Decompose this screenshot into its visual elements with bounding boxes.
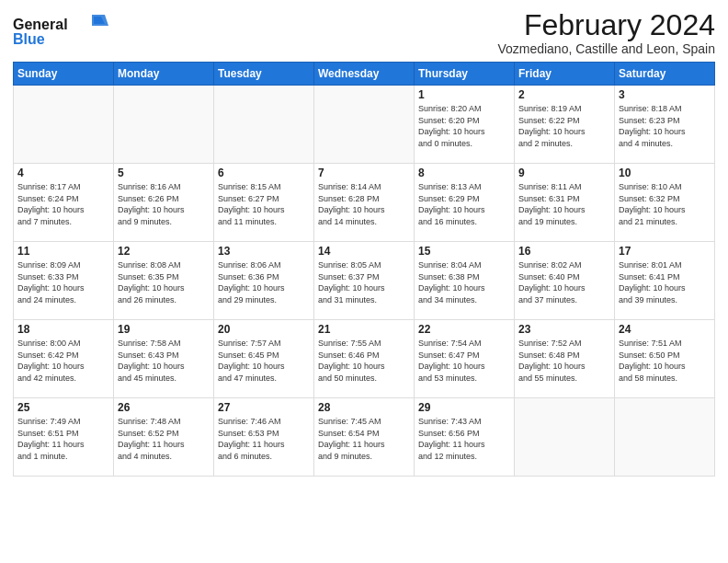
calendar-cell [14,86,114,164]
page: General Blue February 2024 Vozmediano, C… [0,0,728,563]
day-info: Sunrise: 7:45 AM Sunset: 6:54 PM Dayligh… [318,416,410,462]
day-number: 9 [518,167,610,179]
calendar-cell: 21Sunrise: 7:55 AM Sunset: 6:46 PM Dayli… [314,320,415,398]
day-number: 12 [118,245,210,258]
svg-marker-1 [92,15,108,26]
day-number: 19 [118,323,210,336]
calendar-cell: 4Sunrise: 8:17 AM Sunset: 6:24 PM Daylig… [14,164,114,242]
svg-text:Blue: Blue [13,31,45,47]
calendar-cell: 25Sunrise: 7:49 AM Sunset: 6:51 PM Dayli… [14,398,114,477]
svg-text:General: General [13,17,68,32]
day-info: Sunrise: 8:08 AM Sunset: 6:35 PM Dayligh… [118,259,210,305]
day-info: Sunrise: 8:19 AM Sunset: 6:22 PM Dayligh… [518,103,610,149]
day-info: Sunrise: 8:06 AM Sunset: 6:36 PM Dayligh… [218,259,310,305]
calendar-cell: 18Sunrise: 8:00 AM Sunset: 6:42 PM Dayli… [14,320,114,398]
calendar-cell: 3Sunrise: 8:18 AM Sunset: 6:23 PM Daylig… [615,86,715,164]
day-number: 2 [518,88,610,101]
calendar-cell: 29Sunrise: 7:43 AM Sunset: 6:56 PM Dayli… [415,398,515,477]
day-info: Sunrise: 8:15 AM Sunset: 6:27 PM Dayligh… [218,181,310,227]
day-info: Sunrise: 8:10 AM Sunset: 6:32 PM Dayligh… [619,181,711,227]
day-info: Sunrise: 8:09 AM Sunset: 6:33 PM Dayligh… [17,259,109,305]
calendar-cell: 2Sunrise: 8:19 AM Sunset: 6:22 PM Daylig… [515,86,615,164]
day-info: Sunrise: 8:02 AM Sunset: 6:40 PM Dayligh… [518,259,610,305]
day-number: 16 [518,245,610,258]
calendar-cell [114,86,214,164]
calendar-cell: 16Sunrise: 8:02 AM Sunset: 6:40 PM Dayli… [515,242,615,320]
day-number: 5 [118,167,210,179]
header-monday: Monday [114,63,214,86]
weekday-header-row: Sunday Monday Tuesday Wednesday Thursday… [14,63,715,86]
header-sunday: Sunday [14,63,114,86]
calendar-cell: 5Sunrise: 8:16 AM Sunset: 6:26 PM Daylig… [114,164,214,242]
day-number: 29 [418,401,510,414]
month-title: February 2024 [497,9,715,41]
day-info: Sunrise: 8:18 AM Sunset: 6:23 PM Dayligh… [619,103,711,149]
calendar-cell: 1Sunrise: 8:20 AM Sunset: 6:20 PM Daylig… [415,86,515,164]
calendar-cell [515,398,615,477]
calendar-cell: 17Sunrise: 8:01 AM Sunset: 6:41 PM Dayli… [615,242,715,320]
logo: General Blue [13,13,114,53]
day-number: 6 [218,167,310,179]
calendar-cell: 22Sunrise: 7:54 AM Sunset: 6:47 PM Dayli… [415,320,515,398]
calendar-cell: 27Sunrise: 7:46 AM Sunset: 6:53 PM Dayli… [214,398,314,477]
day-number: 14 [318,245,410,258]
day-number: 15 [418,245,510,258]
day-info: Sunrise: 7:46 AM Sunset: 6:53 PM Dayligh… [218,416,310,462]
day-number: 18 [17,323,109,336]
calendar-cell: 23Sunrise: 7:52 AM Sunset: 6:48 PM Dayli… [515,320,615,398]
calendar-cell: 19Sunrise: 7:58 AM Sunset: 6:43 PM Dayli… [114,320,214,398]
calendar-week-row: 25Sunrise: 7:49 AM Sunset: 6:51 PM Dayli… [14,398,715,477]
calendar-cell [214,86,314,164]
day-info: Sunrise: 8:11 AM Sunset: 6:31 PM Dayligh… [518,181,610,227]
day-number: 24 [619,323,711,336]
day-number: 13 [218,245,310,258]
calendar-cell: 15Sunrise: 8:04 AM Sunset: 6:38 PM Dayli… [415,242,515,320]
day-info: Sunrise: 7:57 AM Sunset: 6:45 PM Dayligh… [218,338,310,384]
logo-text: General Blue [13,13,114,53]
day-info: Sunrise: 8:04 AM Sunset: 6:38 PM Dayligh… [418,259,510,305]
calendar-cell: 12Sunrise: 8:08 AM Sunset: 6:35 PM Dayli… [114,242,214,320]
header-saturday: Saturday [615,63,715,86]
calendar-cell: 8Sunrise: 8:13 AM Sunset: 6:29 PM Daylig… [415,164,515,242]
calendar: Sunday Monday Tuesday Wednesday Thursday… [13,62,715,477]
day-number: 20 [218,323,310,336]
day-info: Sunrise: 7:55 AM Sunset: 6:46 PM Dayligh… [318,338,410,384]
day-info: Sunrise: 8:00 AM Sunset: 6:42 PM Dayligh… [17,338,109,384]
day-number: 21 [318,323,410,336]
day-number: 22 [418,323,510,336]
day-info: Sunrise: 7:43 AM Sunset: 6:56 PM Dayligh… [418,416,510,462]
day-info: Sunrise: 8:13 AM Sunset: 6:29 PM Dayligh… [418,181,510,227]
calendar-cell: 14Sunrise: 8:05 AM Sunset: 6:37 PM Dayli… [314,242,415,320]
day-number: 8 [418,167,510,179]
day-number: 28 [318,401,410,414]
day-info: Sunrise: 8:16 AM Sunset: 6:26 PM Dayligh… [118,181,210,227]
day-info: Sunrise: 8:17 AM Sunset: 6:24 PM Dayligh… [17,181,109,227]
calendar-cell: 9Sunrise: 8:11 AM Sunset: 6:31 PM Daylig… [515,164,615,242]
day-info: Sunrise: 8:01 AM Sunset: 6:41 PM Dayligh… [619,259,711,305]
header-thursday: Thursday [415,63,515,86]
header-friday: Friday [515,63,615,86]
calendar-cell: 7Sunrise: 8:14 AM Sunset: 6:28 PM Daylig… [314,164,415,242]
day-number: 10 [619,167,711,179]
calendar-cell: 20Sunrise: 7:57 AM Sunset: 6:45 PM Dayli… [214,320,314,398]
day-info: Sunrise: 7:58 AM Sunset: 6:43 PM Dayligh… [118,338,210,384]
day-info: Sunrise: 8:14 AM Sunset: 6:28 PM Dayligh… [318,181,410,227]
day-info: Sunrise: 8:20 AM Sunset: 6:20 PM Dayligh… [418,103,510,149]
calendar-week-row: 1Sunrise: 8:20 AM Sunset: 6:20 PM Daylig… [14,86,715,164]
calendar-week-row: 4Sunrise: 8:17 AM Sunset: 6:24 PM Daylig… [14,164,715,242]
day-number: 17 [619,245,711,258]
day-number: 25 [17,401,109,414]
location: Vozmediano, Castille and Leon, Spain [497,41,715,56]
calendar-cell: 28Sunrise: 7:45 AM Sunset: 6:54 PM Dayli… [314,398,415,477]
day-info: Sunrise: 8:05 AM Sunset: 6:37 PM Dayligh… [318,259,410,305]
calendar-cell: 24Sunrise: 7:51 AM Sunset: 6:50 PM Dayli… [615,320,715,398]
day-number: 23 [518,323,610,336]
calendar-cell [615,398,715,477]
title-block: February 2024 Vozmediano, Castille and L… [497,9,715,56]
day-info: Sunrise: 7:48 AM Sunset: 6:52 PM Dayligh… [118,416,210,462]
day-number: 11 [17,245,109,258]
calendar-week-row: 11Sunrise: 8:09 AM Sunset: 6:33 PM Dayli… [14,242,715,320]
header-tuesday: Tuesday [214,63,314,86]
day-info: Sunrise: 7:51 AM Sunset: 6:50 PM Dayligh… [619,338,711,384]
day-info: Sunrise: 7:54 AM Sunset: 6:47 PM Dayligh… [418,338,510,384]
